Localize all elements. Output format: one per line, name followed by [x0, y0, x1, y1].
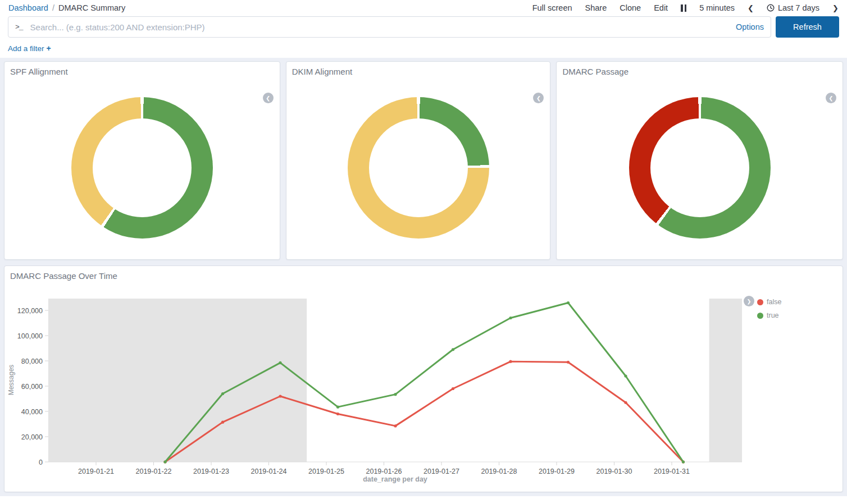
query-bar: >_ Options Refresh [0, 16, 847, 38]
time-prev-button[interactable]: ❮ [748, 4, 754, 12]
add-filter-button[interactable]: Add a filter + [8, 44, 51, 53]
time-range-label: Last 7 days [778, 3, 819, 12]
svg-text:2019-01-30: 2019-01-30 [596, 468, 632, 475]
chart-legend: falsetrue [757, 298, 781, 319]
time-series-chart[interactable]: 020,00040,00060,00080,000100,000120,0002… [4, 266, 843, 491]
page-title: DMARC Summary [58, 3, 125, 12]
breadcrumb: Dashboard / DMARC Summary [8, 3, 125, 12]
pause-icon[interactable] [681, 4, 686, 12]
legend-item-true[interactable]: true [757, 311, 781, 319]
legend-dot-icon [757, 299, 763, 305]
panel-dkim-alignment: DKIM Alignment ❮ [286, 61, 551, 260]
breadcrumb-dashboard-link[interactable]: Dashboard [8, 3, 48, 12]
plus-icon: + [47, 44, 51, 53]
top-nav-bar: Dashboard / DMARC Summary Full screen Sh… [0, 0, 847, 15]
options-link[interactable]: Options [736, 22, 764, 31]
share-button[interactable]: Share [585, 3, 607, 12]
legend-item-false[interactable]: false [757, 298, 781, 306]
legend-label: true [767, 311, 779, 319]
panel-dmarc-passage: DMARC Passage ❮ [556, 61, 843, 260]
panel-spf-alignment: SPF Allignment ❮ [4, 61, 280, 260]
svg-text:0: 0 [39, 459, 43, 466]
svg-text:80,000: 80,000 [21, 358, 43, 365]
search-box: >_ Options [8, 16, 771, 38]
full-screen-button[interactable]: Full screen [532, 3, 572, 12]
breadcrumb-separator: / [52, 3, 54, 12]
svg-text:date_range per day: date_range per day [363, 475, 427, 483]
legend-dot-icon [757, 313, 763, 319]
svg-text:2019-01-28: 2019-01-28 [481, 468, 517, 475]
svg-text:60,000: 60,000 [21, 383, 43, 391]
time-picker-button[interactable]: Last 7 days [767, 3, 819, 12]
svg-text:2019-01-29: 2019-01-29 [539, 468, 575, 475]
refresh-button[interactable]: Refresh [776, 16, 839, 38]
dkim-donut-chart[interactable] [348, 97, 489, 239]
panel-title: SPF Allignment [4, 62, 280, 79]
terminal-prompt-icon: >_ [15, 23, 23, 31]
clock-icon [767, 4, 775, 12]
svg-text:2019-01-24: 2019-01-24 [251, 468, 287, 475]
svg-text:2019-01-26: 2019-01-26 [366, 468, 402, 475]
legend-toggle-button[interactable]: ❮ [263, 93, 274, 103]
svg-text:2019-01-22: 2019-01-22 [136, 468, 172, 475]
svg-text:2019-01-27: 2019-01-27 [424, 468, 459, 475]
svg-text:100,000: 100,000 [17, 332, 43, 340]
svg-text:40,000: 40,000 [21, 408, 43, 416]
legend-label: false [767, 298, 781, 306]
legend-toggle-button[interactable]: ❯ [744, 296, 754, 306]
panel-dmarc-over-time: DMARC Passage Over Time 020,00040,00060,… [4, 265, 843, 492]
legend-toggle-button[interactable]: ❮ [533, 93, 544, 103]
svg-text:Messages: Messages [7, 365, 15, 396]
svg-text:2019-01-31: 2019-01-31 [654, 468, 690, 475]
donut-panel-row: SPF Allignment ❮ DKIM Alignment ❮ DMARC … [4, 61, 843, 260]
search-input[interactable] [30, 22, 730, 32]
svg-text:2019-01-21: 2019-01-21 [78, 468, 114, 475]
svg-text:2019-01-23: 2019-01-23 [193, 468, 229, 475]
refresh-interval-button[interactable]: 5 minutes [699, 3, 735, 12]
time-next-button[interactable]: ❯ [832, 4, 839, 12]
nav-menu: Full screen Share Clone Edit 5 minutes ❮… [532, 3, 839, 12]
legend-toggle-button[interactable]: ❮ [826, 93, 836, 103]
filter-bar: Add a filter + [0, 38, 847, 58]
edit-button[interactable]: Edit [654, 3, 668, 12]
add-filter-label: Add a filter [8, 44, 44, 53]
spf-donut-chart[interactable] [71, 97, 213, 239]
clone-button[interactable]: Clone [620, 3, 641, 12]
time-series-row: DMARC Passage Over Time 020,00040,00060,… [4, 265, 843, 492]
panel-title: DKIM Alignment [286, 62, 550, 79]
svg-text:2019-01-25: 2019-01-25 [308, 468, 344, 475]
panel-title: DMARC Passage [557, 62, 843, 79]
svg-text:120,000: 120,000 [17, 307, 43, 315]
dmarc-donut-chart[interactable] [629, 97, 771, 239]
svg-text:20,000: 20,000 [21, 433, 43, 441]
dashboard-grid: SPF Allignment ❮ DKIM Alignment ❮ DMARC … [0, 58, 847, 496]
